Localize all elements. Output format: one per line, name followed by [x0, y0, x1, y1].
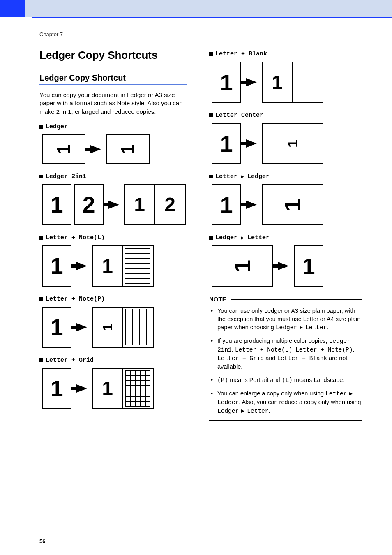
- diagram-noteP: 1 1: [42, 307, 193, 348]
- bullet-icon: [39, 175, 43, 178]
- diagram-noteL: 1 1: [42, 245, 193, 287]
- digit-one: 1: [302, 253, 315, 280]
- bullet-icon: [209, 113, 213, 117]
- note-text: .: [327, 324, 328, 331]
- item-heading-grid: Letter + Grid: [39, 357, 193, 364]
- note-code: Ledger: [217, 408, 239, 414]
- arrow-icon: [246, 201, 257, 209]
- item-label-a: Letter: [215, 173, 238, 180]
- arrow-small-icon: [241, 175, 244, 178]
- item-label: Letter + Note(L): [46, 234, 105, 241]
- result-page: 1: [106, 134, 150, 164]
- item-heading-ledger2in1: Ledger 2in1: [39, 173, 193, 180]
- arrow-icon: [246, 78, 257, 86]
- item-label-b: Ledger: [247, 173, 270, 180]
- source-page: 1: [212, 184, 241, 225]
- note-block: NOTE You can use only Ledger or A3 size …: [209, 296, 362, 421]
- note-code: Ledger: [276, 324, 297, 331]
- bullet-icon: [209, 236, 213, 240]
- diagram-grid: 1 1: [42, 368, 193, 409]
- source-page: 1: [42, 245, 71, 287]
- digit-one: 1: [50, 314, 63, 340]
- source-page: 1: [212, 245, 273, 287]
- result-page: 1: [262, 123, 323, 164]
- note-text: . Also, you can reduce a copy only when …: [239, 399, 361, 405]
- page-tab: [0, 0, 25, 17]
- note-text: ,: [232, 346, 235, 353]
- note-code: Letter + Grid: [217, 355, 264, 362]
- result-page: 1: [92, 368, 154, 409]
- arrow-icon: [90, 145, 101, 153]
- note-code: Letter + Blank: [277, 355, 327, 362]
- result-page: 1: [294, 245, 323, 287]
- digit-one: 1: [284, 140, 300, 148]
- item-heading-blank: Letter + Blank: [209, 51, 362, 58]
- note-code: (L): [282, 377, 293, 384]
- result-page: 1: [262, 62, 323, 103]
- bullet-icon: [39, 297, 43, 301]
- bullet-icon: [209, 52, 213, 56]
- arrow-icon: [76, 323, 87, 331]
- source-page: 1: [212, 123, 241, 164]
- note-code: Ledger: [217, 399, 239, 406]
- arrow-small-icon: [349, 392, 353, 395]
- digit-one: 1: [279, 198, 306, 211]
- bullet-icon: [39, 236, 43, 240]
- digit-one: 1: [50, 191, 63, 218]
- arrow-small-icon: [241, 236, 244, 240]
- arrow-small-icon: [300, 326, 303, 329]
- digit-one: 1: [102, 254, 113, 277]
- note-code: Letter + Note(L): [235, 347, 292, 353]
- source-page: 1: [42, 134, 85, 164]
- note-text: You can enlarge a copy only when using: [217, 390, 325, 397]
- note-code: (P): [217, 377, 228, 384]
- item-label-b: Letter: [247, 234, 270, 241]
- result-page: 1: [262, 184, 323, 225]
- arrow-icon: [76, 262, 87, 270]
- note-item: You can use only Ledger or A3 size plain…: [211, 307, 362, 332]
- bullet-icon: [39, 358, 43, 362]
- vlines-icon: [125, 309, 150, 345]
- note-code: Letter: [247, 408, 268, 414]
- note-item: If you are producing multiple color copi…: [211, 337, 362, 371]
- result-page: 1: [92, 307, 154, 348]
- digit-two: 2: [164, 193, 175, 216]
- result-page: 1: [92, 245, 154, 287]
- item-label-a: Ledger: [215, 234, 238, 241]
- item-label: Letter + Blank: [215, 51, 267, 58]
- source-page: 1: [42, 368, 71, 409]
- result-page: 1 2: [124, 184, 186, 225]
- arrow-small-icon: [241, 409, 244, 413]
- header-bar: [0, 0, 392, 17]
- diagram-center: 1 1: [212, 123, 362, 164]
- page-title: Ledger Copy Shortcuts: [39, 49, 193, 62]
- note-text: means Landscape.: [293, 377, 345, 383]
- header-rule: [32, 17, 392, 18]
- arrow-icon: [278, 262, 289, 270]
- note-text: means Portrait and: [228, 377, 282, 383]
- source-page: 1: [212, 62, 241, 103]
- subtitle-rule: [39, 84, 187, 85]
- note-rule: [231, 299, 362, 300]
- page-number: 56: [39, 538, 45, 544]
- note-code: Letter: [305, 324, 327, 331]
- left-column: Ledger Copy Shortcuts Ledger Copy Shortc…: [39, 49, 193, 421]
- lines-icon: [125, 248, 150, 284]
- digit-one: 1: [53, 144, 74, 154]
- digit-one: 1: [220, 192, 233, 218]
- diagram-ledger2in1: 1 2 1 2: [42, 184, 193, 225]
- digit-one: 1: [50, 375, 63, 402]
- note-code: Letter: [325, 391, 347, 397]
- note-text: and: [264, 355, 277, 361]
- item-label: Letter Center: [215, 112, 263, 119]
- digit-one: 1: [118, 144, 138, 154]
- chapter-label: Chapter 7: [39, 31, 362, 37]
- note-text: If you are producing multiple color copi…: [217, 338, 329, 344]
- bullet-icon: [39, 125, 43, 129]
- note-end-rule: [209, 420, 362, 421]
- note-title: NOTE: [209, 296, 226, 303]
- item-heading-noteL: Letter + Note(L): [39, 234, 193, 241]
- item-heading-letter-to-ledger: Letter Ledger: [209, 173, 362, 180]
- diagram-ledger: 1 1: [42, 134, 193, 164]
- arrow-icon: [76, 384, 87, 393]
